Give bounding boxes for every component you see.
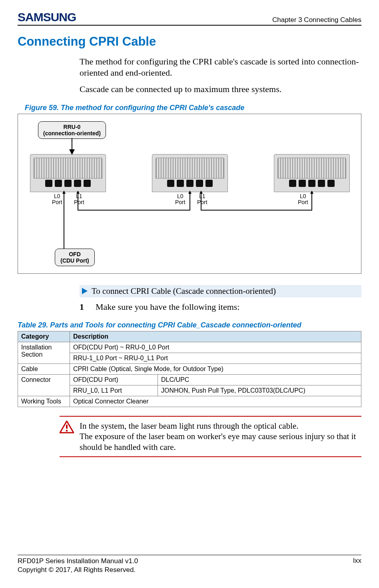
footer-page: lxx — [353, 557, 361, 574]
footer-copyright: Copyright © 2017, All Rights Reserved. — [18, 566, 138, 574]
port-label-l0-3: L0 Port — [298, 193, 308, 206]
table-row: Installation Section OFD(CDU Port) ~ RRU… — [18, 342, 361, 353]
cell-inst-r1: OFD(CDU Port) ~ RRU-0_L0 Port — [70, 342, 361, 353]
rru-label-sub: (connection-oriented) — [43, 130, 101, 136]
cell-inst-r2: RRU-1_L0 Port ~ RRU-0_L1 Port — [70, 353, 361, 364]
label-port: Port — [52, 199, 62, 205]
ofd-label-title: OFD — [60, 251, 90, 257]
col-description: Description — [70, 331, 361, 342]
cell-connector-cat: Connector — [18, 375, 70, 396]
label-l0: L0 — [177, 193, 184, 199]
procedure-title: To connect CPRI Cable (Cascade connectio… — [92, 286, 276, 296]
cell-tools-cat: Working Tools — [18, 396, 70, 407]
col-category: Category — [18, 331, 70, 342]
parts-table: Category Description Installation Sectio… — [18, 331, 361, 407]
port-label-l0-1: L0 Port — [52, 193, 62, 206]
rru-label-title: RRU-0 — [43, 124, 101, 130]
table-row: Connector OFD(CDU Port) DLC/UPC — [18, 375, 361, 385]
cell-tools-desc: Optical Connector Cleaner — [70, 396, 361, 407]
figure-frame: RRU-0 (connection-oriented) L0 Port L1 P… — [18, 114, 361, 274]
page-footer: RFD01P Series Installation Manual v1.0 C… — [18, 555, 361, 574]
step-text: Make sure you have the following items: — [96, 301, 239, 313]
step-1: 1 Make sure you have the following items… — [80, 301, 361, 313]
cell-conn-r2c1: RRU_L0, L1 Port — [70, 385, 158, 396]
footer-manual: RFD01P Series Installation Manual v1.0 — [18, 557, 138, 566]
page-header: SAMSUNG Chapter 3 Connecting Cables — [18, 10, 361, 26]
procedure-header: To connect CPRI Cable (Cascade connectio… — [80, 285, 361, 297]
svg-rect-9 — [66, 425, 68, 429]
label-l0: L0 — [300, 193, 306, 199]
table-row: Cable CPRI Cable (Optical, Single Mode, … — [18, 364, 361, 375]
arrow-right-icon — [82, 288, 88, 294]
table-header-row: Category Description — [18, 331, 361, 342]
label-port: Port — [175, 199, 186, 205]
brand-logo: SAMSUNG — [18, 10, 76, 24]
warning-block: In the system, the laser beam light runs… — [60, 416, 361, 457]
port-label-l1-2: L1 Port — [197, 193, 207, 206]
chapter-label: Chapter 3 Connecting Cables — [272, 16, 361, 24]
device-2 — [152, 154, 228, 192]
warn-line1: In the system, the laser beam light runs… — [80, 421, 299, 431]
port-label-l0-2: L0 Port — [175, 193, 186, 206]
device-3 — [274, 154, 350, 192]
cell-conn-r1c2: DLC/UPC — [158, 375, 361, 385]
intro-paragraph-2: Cascade can be connected up to maximum t… — [80, 84, 361, 95]
rru-label: RRU-0 (connection-oriented) — [38, 121, 106, 139]
ofd-label: OFD (CDU Port) — [55, 249, 95, 266]
warning-text: In the system, the laser beam light runs… — [80, 421, 361, 452]
page-title: Connecting CPRI Cable — [18, 34, 361, 49]
label-l1: L1 — [76, 193, 82, 199]
cell-cable-desc: CPRI Cable (Optical, Single Mode, for Ou… — [70, 364, 361, 375]
cell-installation-section: Installation Section — [18, 342, 70, 364]
label-port: Port — [74, 199, 84, 205]
table-row: Working Tools Optical Connector Cleaner — [18, 396, 361, 407]
figure-caption: Figure 59. The method for configuring th… — [25, 104, 361, 112]
ofd-label-sub: (CDU Port) — [60, 257, 90, 264]
label-l0: L0 — [54, 193, 60, 199]
label-l1: L1 — [199, 193, 205, 199]
warn-line2: The exposure of the laser beam on worker… — [80, 431, 356, 452]
svg-rect-10 — [66, 430, 68, 431]
port-label-l1-1: L1 Port — [74, 193, 84, 206]
device-1 — [30, 154, 106, 192]
step-number: 1 — [80, 302, 88, 312]
warning-icon — [60, 421, 74, 433]
table-caption: Table 29. Parts and Tools for connecting… — [18, 321, 361, 329]
label-port: Port — [197, 199, 207, 205]
intro-paragraph-1: The method for configuring the CPRI cabl… — [80, 56, 361, 78]
label-port: Port — [298, 199, 308, 205]
cell-cable-cat: Cable — [18, 364, 70, 375]
cell-conn-r2c2: JONHON, Push Pull Type, PDLC03T03(DLC/UP… — [158, 385, 361, 396]
cell-conn-r1c1: OFD(CDU Port) — [70, 375, 158, 385]
